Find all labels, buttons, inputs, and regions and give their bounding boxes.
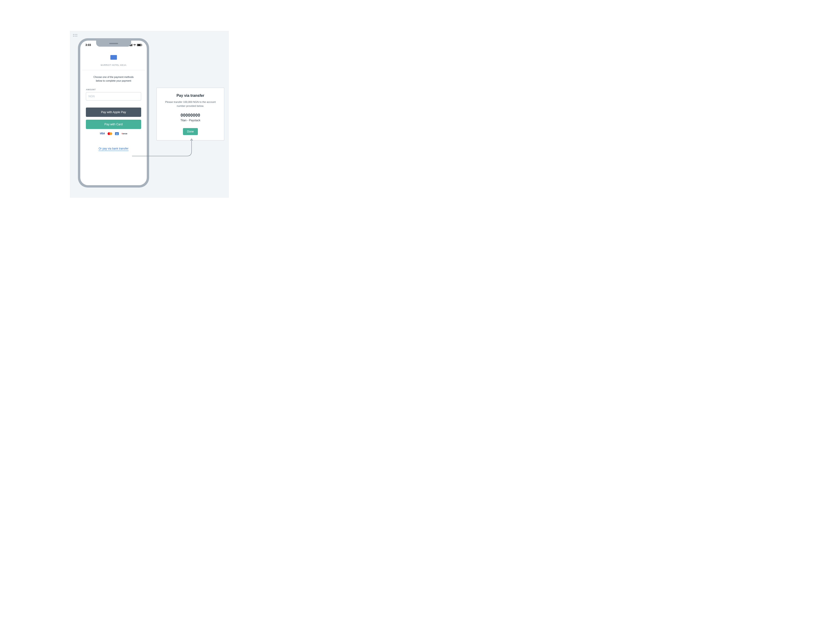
status-bar: 3:03 [80, 41, 147, 49]
amount-input[interactable]: NGN [86, 92, 141, 101]
instruction-line-2: below to complete your payment [90, 79, 137, 83]
bank-transfer-link[interactable]: Or pay via bank transfer [98, 147, 128, 151]
wifi-icon [133, 44, 136, 46]
instruction-line-1: Choose one of the payment methods [90, 76, 137, 79]
battery-icon [137, 44, 142, 46]
bank-transfer-link-wrap: Or pay via bank transfer [80, 146, 147, 150]
transfer-modal-title: Pay via transfer [161, 93, 219, 98]
transfer-modal-description: Please transfer 100,000 NGN to the accou… [161, 100, 219, 108]
merchant-logo [110, 55, 117, 60]
amex-icon [115, 132, 119, 135]
status-time: 3:03 [85, 43, 91, 47]
instruction-text: Choose one of the payment methods below … [80, 70, 147, 83]
pay-with-card-button[interactable]: Pay with Card [86, 120, 141, 129]
drag-handle-icon[interactable] [73, 34, 77, 37]
mastercard-icon [107, 132, 112, 135]
amount-placeholder: NGN [88, 95, 95, 98]
amount-label: AMOUNT [80, 88, 147, 91]
apple-pay-button[interactable]: Pay with Apple Pay [86, 107, 141, 117]
merchant-header: MARRIOT HOTEL IKEJA [82, 49, 145, 70]
transfer-modal: Pay via transfer Please transfer 100,000… [156, 88, 224, 140]
cellular-icon [130, 44, 132, 46]
pay-with-card-label: Pay with Card [104, 123, 123, 126]
card-brand-row: VISA Verve [80, 132, 147, 135]
done-button[interactable]: Done [183, 128, 198, 135]
verve-icon: Verve [121, 132, 128, 135]
transfer-account-number: 00000000 [161, 113, 219, 118]
transfer-bank-name: Titan - Paystack [161, 119, 219, 122]
merchant-name: MARRIOT HOTEL IKEJA [82, 64, 145, 66]
visa-icon: VISA [100, 132, 105, 135]
apple-pay-label: Pay with Apple Pay [101, 110, 126, 114]
done-button-label: Done [187, 130, 194, 133]
figure-canvas: 3:03 MARRIOT HOTEL IKEJA Ch [70, 31, 229, 198]
phone-frame: 3:03 MARRIOT HOTEL IKEJA Ch [78, 38, 149, 187]
phone-screen: 3:03 MARRIOT HOTEL IKEJA Ch [80, 41, 147, 185]
